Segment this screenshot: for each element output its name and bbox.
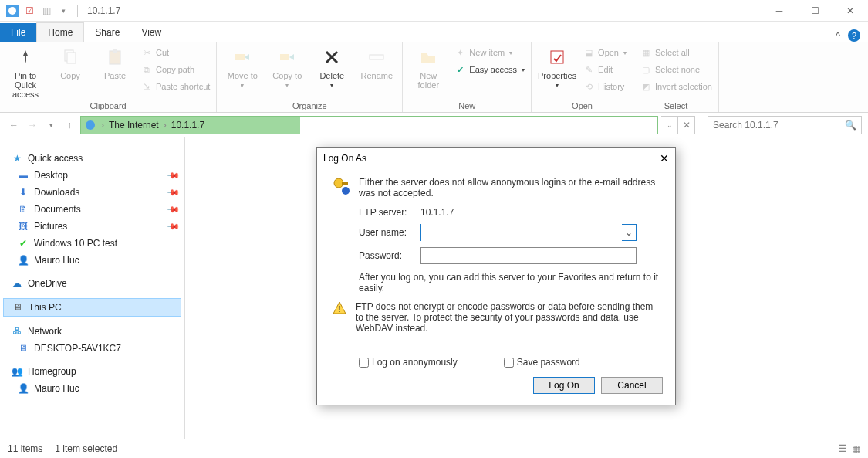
logon-dialog: Log On As ✕ Either the server does not a… — [316, 147, 676, 405]
svg-rect-3 — [67, 53, 76, 63]
history-icon: ⟲ — [583, 80, 595, 93]
app-icon — [6, 5, 19, 17]
maximize-button[interactable]: ☐ — [797, 0, 833, 22]
search-input[interactable] — [713, 120, 845, 131]
pc-icon: 🖥 — [12, 301, 24, 314]
rename-button[interactable]: Rename — [357, 45, 396, 80]
help-icon[interactable]: ? — [848, 29, 860, 42]
cut-button[interactable]: ✂Cut — [140, 45, 210, 60]
chevron-icon[interactable]: › — [101, 120, 104, 131]
group-select-label: Select — [640, 100, 712, 110]
delete-button[interactable]: Delete▾ — [312, 45, 351, 89]
nav-up-button[interactable]: ↑ — [62, 117, 77, 133]
breadcrumb-leaf[interactable]: 10.1.1.7 — [171, 120, 204, 131]
anonymous-checkbox[interactable]: Log on anonymously — [359, 357, 458, 368]
save-password-checkbox[interactable]: Save password — [504, 357, 580, 368]
username-combo[interactable]: ⌄ — [420, 224, 637, 241]
chevron-down-icon[interactable]: ⌄ — [622, 227, 636, 238]
pin-icon: 📌 — [165, 168, 180, 182]
home-tab[interactable]: Home — [36, 22, 84, 42]
close-button[interactable]: ✕ — [833, 0, 868, 22]
new-folder-button[interactable]: New folder — [409, 45, 448, 90]
minimize-button[interactable]: ─ — [762, 0, 797, 22]
nav-recent-button[interactable]: ▾ — [43, 117, 59, 133]
documents-icon: 🗎 — [17, 203, 29, 215]
edit-icon: ✎ — [583, 63, 595, 76]
dialog-close-button[interactable]: ✕ — [660, 152, 669, 165]
qat-properties-icon[interactable]: ☑ — [23, 5, 35, 17]
share-tab[interactable]: Share — [84, 23, 130, 42]
dialog-after-note: After you log on, you can add this serve… — [333, 272, 663, 293]
address-stop-button[interactable]: ✕ — [678, 116, 695, 134]
tree-thispc[interactable]: 🖥This PC — [3, 298, 181, 317]
dialog-title: Log On As — [323, 153, 366, 164]
tree-network[interactable]: 🖧Network — [3, 323, 181, 340]
shortcut-icon: ⇲ — [140, 80, 153, 93]
pictures-icon: 🖼 — [17, 220, 29, 232]
tree-homegroup[interactable]: 👥Homegroup — [3, 363, 181, 380]
tree-w10-test[interactable]: ✔Windows 10 PC test — [3, 235, 181, 252]
new-item-button[interactable]: ✦New item▾ — [454, 45, 525, 60]
delete-icon — [319, 45, 344, 70]
tree-onedrive[interactable]: ☁OneDrive — [3, 275, 181, 292]
tree-user[interactable]: 👤Mauro Huc — [3, 252, 181, 269]
save-password-checkbox-input[interactable] — [504, 358, 514, 368]
qat-newfolder-icon[interactable]: ▥ — [40, 5, 52, 17]
edit-button[interactable]: ✎Edit — [583, 62, 627, 77]
move-to-button[interactable]: Move to▾ — [223, 45, 262, 89]
newitem-icon: ✦ — [454, 46, 466, 59]
copy-path-button[interactable]: ⧉Copy path — [140, 62, 210, 77]
cancel-button[interactable]: Cancel — [601, 377, 663, 394]
cloud-icon: ☁ — [11, 277, 23, 290]
svg-point-1 — [8, 7, 16, 15]
copy-button[interactable]: Copy — [51, 45, 90, 80]
tree-quick-access[interactable]: ★Quick access — [3, 150, 181, 167]
logon-button[interactable]: Log On — [533, 377, 595, 394]
select-all-button[interactable]: ▦Select all — [640, 45, 712, 60]
svg-text:!: ! — [338, 304, 340, 314]
tree-downloads[interactable]: ⬇Downloads📌 — [3, 184, 181, 201]
anonymous-checkbox-input[interactable] — [359, 358, 369, 368]
invert-selection-button[interactable]: ◩Invert selection — [640, 79, 712, 94]
select-none-button[interactable]: ▢Select none — [640, 62, 712, 77]
breadcrumb-root[interactable]: The Internet — [109, 120, 159, 131]
tree-network-pc[interactable]: 🖥DESKTOP-5AV1KC7 — [3, 340, 181, 357]
file-tab[interactable]: File — [0, 23, 36, 42]
tree-documents[interactable]: 🗎Documents📌 — [3, 201, 181, 218]
tree-homegroup-user[interactable]: 👤Mauro Huc — [3, 380, 181, 397]
properties-button[interactable]: Properties▾ — [538, 45, 576, 89]
copy-to-button[interactable]: Copy to▾ — [268, 45, 306, 89]
qat-dropdown-icon[interactable]: ▾ — [57, 5, 69, 17]
location-icon — [84, 119, 96, 131]
address-bar[interactable]: › The Internet › 10.1.1.7 — [80, 116, 658, 134]
history-button[interactable]: ⟲History — [583, 79, 627, 94]
address-dropdown-button[interactable]: ⌄ — [661, 116, 678, 134]
pin-icon: 📌 — [165, 202, 180, 216]
password-input[interactable] — [420, 247, 637, 264]
group-new-label: New — [409, 100, 525, 110]
status-selection: 1 item selected — [55, 443, 117, 454]
username-input[interactable] — [421, 224, 622, 241]
svg-rect-6 — [370, 55, 383, 59]
easy-access-button[interactable]: ✔Easy access▾ — [454, 62, 525, 77]
search-icon[interactable]: 🔍 — [845, 120, 856, 131]
open-button[interactable]: ⬓Open▾ — [583, 45, 627, 60]
moveto-icon — [230, 45, 255, 70]
search-box[interactable]: 🔍 — [708, 116, 862, 134]
ribbon-collapse-icon[interactable]: ^ — [836, 30, 840, 41]
view-details-icon[interactable]: ☰ — [839, 443, 847, 454]
tree-pictures[interactable]: 🖼Pictures📌 — [3, 218, 181, 235]
svg-point-8 — [86, 120, 95, 130]
pin-quick-access-button[interactable]: Pin to Quick access — [6, 45, 45, 99]
svg-point-11 — [342, 187, 350, 195]
nav-forward-button[interactable]: → — [25, 117, 40, 133]
chevron-icon[interactable]: › — [164, 120, 167, 131]
window-title: 10.1.1.7 — [87, 5, 120, 16]
paste-button[interactable]: Paste — [96, 45, 134, 80]
nav-tree[interactable]: ★Quick access ▬Desktop📌 ⬇Downloads📌 🗎Doc… — [0, 137, 185, 439]
tree-desktop[interactable]: ▬Desktop📌 — [3, 167, 181, 184]
view-large-icon[interactable]: ▦ — [852, 443, 860, 454]
view-tab[interactable]: View — [130, 23, 172, 42]
paste-shortcut-button[interactable]: ⇲Paste shortcut — [140, 79, 210, 94]
nav-back-button[interactable]: ← — [6, 117, 22, 133]
